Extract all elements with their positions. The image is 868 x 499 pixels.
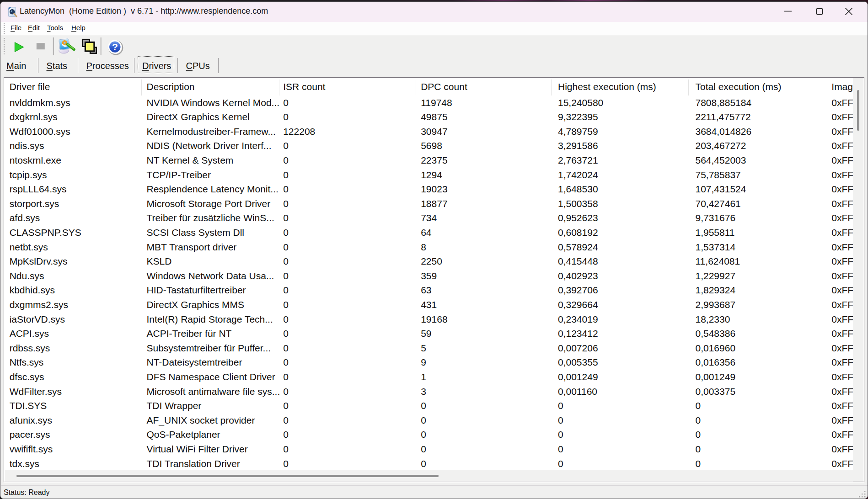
svg-text:?: ?	[112, 41, 118, 52]
